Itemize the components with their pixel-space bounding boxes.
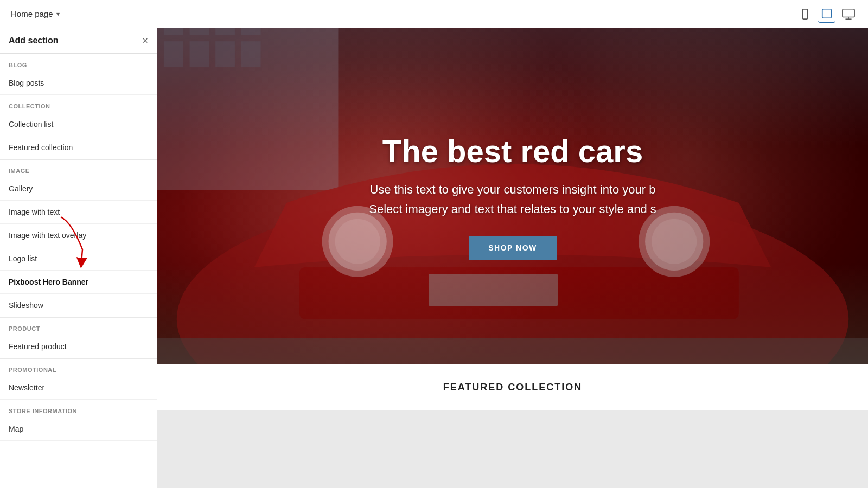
sidebar-item-logo-list[interactable]: Logo list [0, 247, 157, 271]
section-label-promotional: PROMOTIONAL [0, 358, 157, 376]
view-controls [796, 5, 857, 23]
page-selector[interactable]: Home page ▾ [11, 9, 60, 18]
add-section-sidebar: Add section × BLOG Blog posts COLLECTION… [0, 28, 157, 488]
svg-rect-2 [822, 9, 832, 18]
sidebar-title: Add section [9, 36, 59, 46]
sidebar-item-map[interactable]: Map [0, 418, 157, 441]
hero-section: The best red cars Use this text to give … [157, 28, 868, 364]
sidebar-item-blog-posts[interactable]: Blog posts [0, 72, 157, 95]
sidebar-item-image-text-overlay[interactable]: Image with text overlay [0, 224, 157, 247]
section-label-product: PRODUCT [0, 317, 157, 335]
section-label-store-info: STORE INFORMATION [0, 400, 157, 418]
tablet-view-button[interactable] [818, 5, 835, 23]
main-layout: Add section × BLOG Blog posts COLLECTION… [0, 28, 868, 488]
app-header: Home page ▾ [0, 0, 868, 28]
close-button[interactable]: × [142, 36, 148, 46]
hero-subtitle: Use this text to give your customers ins… [369, 180, 656, 218]
desktop-view-button[interactable] [840, 5, 857, 23]
sidebar-item-gallery[interactable]: Gallery [0, 177, 157, 201]
sidebar-item-newsletter[interactable]: Newsletter [0, 376, 157, 400]
sidebar-item-collection-list[interactable]: Collection list [0, 113, 157, 136]
hero-overlay: The best red cars Use this text to give … [157, 28, 868, 364]
shop-now-button[interactable]: SHOP NOW [469, 236, 557, 260]
section-label-blog: BLOG [0, 54, 157, 72]
sidebar-header: Add section × [0, 28, 157, 54]
section-label-image: IMAGE [0, 159, 157, 177]
sidebar-item-pixboost-hero-banner[interactable]: Pixboost Hero Banner [0, 271, 157, 294]
svg-rect-4 [843, 9, 854, 17]
svg-rect-0 [802, 9, 807, 18]
page-preview: The best red cars Use this text to give … [157, 28, 868, 488]
featured-collection-title: FEATURED COLLECTION [443, 382, 583, 393]
sidebar-item-slideshow[interactable]: Slideshow [0, 294, 157, 317]
mobile-view-button[interactable] [796, 5, 814, 23]
chevron-down-icon[interactable]: ▾ [56, 10, 60, 18]
hero-title: The best red cars [382, 133, 643, 169]
sidebar-item-featured-collection[interactable]: Featured collection [0, 136, 157, 159]
featured-collection-section: FEATURED COLLECTION [157, 364, 868, 410]
section-label-collection: COLLECTION [0, 95, 157, 113]
sidebar-item-image-with-text[interactable]: Image with text [0, 201, 157, 224]
sidebar-item-featured-product[interactable]: Featured product [0, 335, 157, 358]
page-title: Home page [11, 9, 53, 18]
